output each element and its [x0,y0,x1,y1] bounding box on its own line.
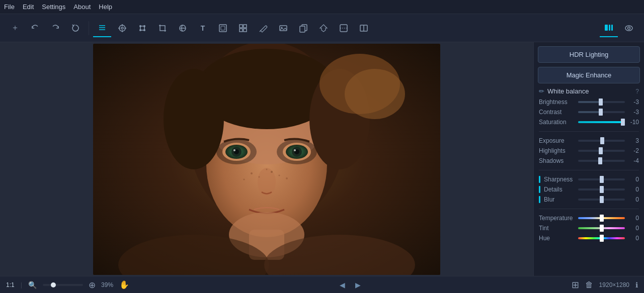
svg-point-59 [259,176,260,177]
blur-label: Blur [539,196,575,203]
blur-slider[interactable] [578,199,625,201]
undo-button[interactable] [26,19,44,37]
target-button[interactable] [113,19,131,37]
hand-tool-icon[interactable]: ✋ [119,280,129,289]
brightness-label: Brightness [539,99,575,106]
svg-point-62 [266,168,268,170]
svg-point-51 [294,149,296,151]
prev-image-button[interactable]: ◀ [338,280,347,290]
svg-line-22 [260,31,261,32]
svg-point-61 [279,174,280,176]
divider-3 [539,209,639,209]
exposure-slider[interactable] [578,140,625,142]
sharpness-slider[interactable] [578,178,625,180]
svg-point-64 [286,177,288,179]
frame-button[interactable] [214,19,232,37]
zoom-slider[interactable] [43,284,83,286]
exposure-row: Exposure 3 [534,136,644,146]
shadows-label: Shadows [539,157,575,164]
details-value: 0 [628,186,639,193]
sharpness-value: 0 [628,176,639,183]
menu-bar: File Edit Settings About Help [0,0,644,14]
zoom-in-icon[interactable]: ⊕ [89,280,96,289]
highlights-row: Highlights -2 [534,146,644,156]
details-slider[interactable] [578,188,625,190]
menu-help[interactable]: Help [99,3,112,11]
svg-rect-26 [300,26,305,32]
saturation-row: Saturation -10 [534,117,644,127]
pin-button[interactable] [314,19,333,37]
magic-enhance-button[interactable]: Magic Enhance [538,67,640,83]
grid-button[interactable] [234,19,252,37]
svg-point-13 [143,29,145,31]
svg-point-57 [345,69,405,119]
svg-point-52 [258,168,276,196]
fit-label[interactable]: 1:1 [6,281,15,288]
hue-row: Hue 0 [534,233,644,243]
right-panel: HDR Lighting Magic Enhance ✏ White balan… [533,42,644,276]
eyedropper-button[interactable] [254,19,272,37]
brightness-slider[interactable] [578,101,625,103]
help-icon[interactable]: ? [635,88,639,95]
menu-about[interactable]: About [73,3,91,11]
layers-button[interactable] [93,19,111,37]
gallery-button[interactable] [274,19,292,37]
gallery-view-button[interactable]: ⊞ [572,279,579,290]
svg-rect-23 [280,26,287,31]
shadows-row: Shadows -4 [534,156,644,166]
copy-button[interactable] [294,19,312,37]
sharpness-label: Sharpness [539,176,575,183]
hdr-lighting-button[interactable]: HDR Lighting [538,46,640,63]
zoom-out-icon[interactable]: 🔍 [28,281,37,289]
toolbar: ＋ T [0,14,644,42]
svg-point-11 [143,25,145,27]
svg-point-35 [628,27,630,29]
shadows-value: -4 [628,157,639,164]
panels-button[interactable] [600,19,618,37]
crop-button[interactable] [153,19,172,37]
hue-slider[interactable] [578,237,625,239]
svg-point-4 [121,27,123,29]
svg-point-54 [164,69,224,169]
contrast-value: -3 [628,109,639,116]
warp-button[interactable] [174,19,192,37]
refresh-button[interactable] [66,19,85,37]
svg-rect-31 [605,25,608,31]
highlights-slider[interactable] [578,150,625,152]
exposure-label: Exposure [539,137,575,144]
svg-rect-19 [244,25,247,28]
svg-rect-20 [239,29,243,32]
brightness-row: Brightness -3 [534,97,644,107]
svg-rect-33 [611,25,613,31]
svg-rect-18 [239,25,243,28]
contrast-label: Contrast [539,109,575,116]
shadows-slider[interactable] [578,160,625,162]
redo-button[interactable] [46,19,64,37]
tint-slider[interactable] [578,227,625,229]
saturation-slider[interactable] [578,121,625,123]
menu-settings[interactable]: Settings [42,3,65,11]
add-button[interactable]: ＋ [6,19,24,37]
transform-button[interactable] [133,19,151,37]
svg-rect-21 [244,29,247,32]
blur-row: Blur 0 [534,194,644,205]
next-image-button[interactable]: ▶ [353,280,363,290]
canvas-area[interactable] [0,42,533,276]
compare-button[interactable] [355,19,373,37]
svg-point-34 [625,26,632,31]
saturation-label: Saturation [539,119,575,126]
menu-edit[interactable]: Edit [23,3,34,11]
contrast-row: Contrast -3 [534,107,644,117]
menu-file[interactable]: File [4,3,15,11]
contrast-slider[interactable] [578,111,625,113]
delete-button[interactable]: 🗑 [585,280,593,289]
info-button[interactable]: ℹ [635,281,638,289]
svg-point-60 [271,171,273,173]
text-button[interactable]: T [194,19,212,37]
eye-button[interactable] [620,19,638,37]
temperature-slider[interactable] [578,217,625,219]
white-balance-header: ✏ White balance ? [534,83,644,97]
mask-button[interactable] [335,19,353,37]
main-area: HDR Lighting Magic Enhance ✏ White balan… [0,42,644,276]
details-row: Details 0 [534,184,644,194]
